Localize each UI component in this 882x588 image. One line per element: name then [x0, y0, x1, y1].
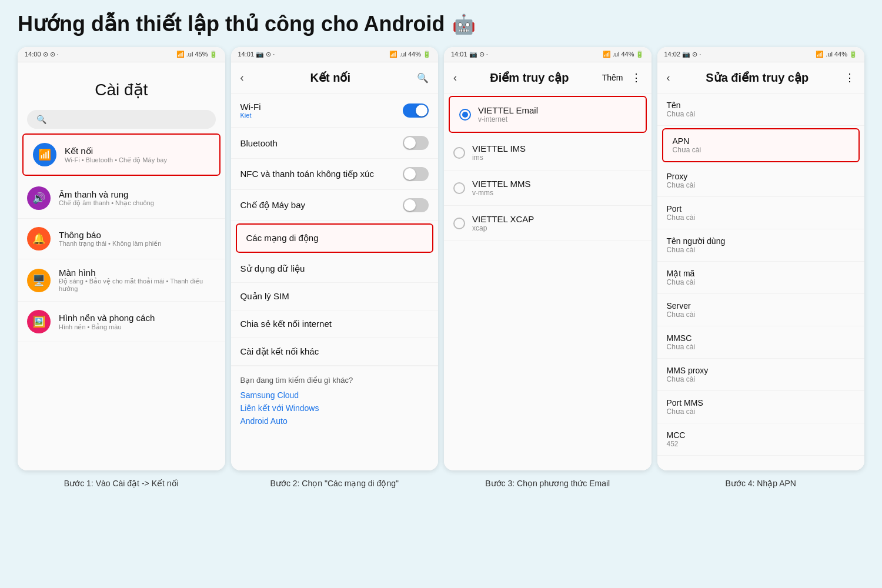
apn-name-viettel-email: VIETTEL Email — [478, 105, 538, 115]
connection-label: Kết nối — [65, 146, 167, 156]
android-auto-link[interactable]: Android Auto — [240, 416, 429, 426]
apn-name-viettel-xcap: VIETTEL XCAP — [472, 214, 534, 224]
phone3: 14:01 📷 ⊙ · 📶 .ul 44% 🔋 ‹ Điểm truy cập … — [444, 47, 652, 470]
bluetooth-toggle[interactable] — [403, 136, 429, 150]
field-mms-proxy-value: Chưa cài — [667, 375, 856, 383]
airplane-item[interactable]: Chế độ Máy bay — [231, 190, 439, 221]
field-password[interactable]: Mật mã Chưa cài — [657, 262, 865, 294]
airplane-toggle[interactable] — [403, 198, 429, 212]
phones-row: 14:00 ⊙ ⊙ · 📶 .ul 45% 🔋 Cài đặt 🔍 📶 Kết … — [18, 47, 864, 470]
field-mms-proxy[interactable]: MMS proxy Chưa cài — [657, 359, 865, 391]
apn-item-viettel-xcap[interactable]: VIETTEL XCAP xcap — [444, 206, 652, 241]
settings-item-connection[interactable]: 📶 Kết nối Wi-Fi • Bluetooth • Chế độ Máy… — [22, 133, 220, 176]
search-bar-1[interactable]: 🔍 — [27, 110, 216, 129]
field-password-value: Chưa cài — [667, 278, 856, 286]
apn-name-viettel-mms: VIETTEL MMS — [472, 179, 530, 189]
search-icon-2[interactable]: 🔍 — [417, 72, 429, 83]
field-mms-proxy-label: MMS proxy — [667, 366, 856, 375]
field-mmsc-label: MMSC — [667, 333, 856, 343]
field-port-mms-label: Port MMS — [667, 398, 856, 407]
field-username-value: Chưa cài — [667, 246, 856, 254]
add-apn-btn[interactable]: Thêm — [602, 73, 623, 82]
more-options-icon-4[interactable]: ⋮ — [844, 71, 855, 84]
field-mcc-label: MCC — [667, 430, 856, 440]
sound-label: Âm thanh và rung — [59, 189, 154, 199]
other-settings-item[interactable]: Cài đặt kết nối khác — [231, 338, 439, 366]
sound-sub: Chế độ âm thanh • Nhạc chuông — [59, 199, 154, 207]
field-port-mms[interactable]: Port MMS Chưa cài — [657, 391, 865, 423]
wifi-item[interactable]: Wi-Fi Kiet — [231, 93, 439, 128]
screen2-header: ‹ Kết nối 🔍 — [231, 62, 439, 93]
status-right-2: 📶 .ul 44% 🔋 — [389, 51, 431, 58]
mobile-networks-label: Các mạng di động — [246, 233, 319, 243]
status-bar-2: 14:01 📷 ⊙ · 📶 .ul 44% 🔋 — [231, 47, 439, 62]
back-btn-2[interactable]: ‹ — [240, 72, 244, 84]
phone4: 14:02 📷 ⊙ · 📶 .ul 44% 🔋 ‹ Sửa điểm truy … — [657, 47, 865, 470]
radio-viettel-ims — [453, 147, 465, 159]
status-left-2: 14:01 📷 ⊙ · — [238, 51, 275, 58]
caption-2: Bước 2: Chọn "Các mạng di động" — [231, 479, 439, 488]
samsung-cloud-link[interactable]: Samsung Cloud — [240, 390, 429, 400]
screen1-content: Cài đặt 🔍 📶 Kết nối Wi-Fi • Bluetooth • … — [18, 62, 225, 470]
status-bar-4: 14:02 📷 ⊙ · 📶 .ul 44% 🔋 — [657, 47, 865, 62]
field-port[interactable]: Port Chưa cài — [657, 197, 865, 229]
nfc-item[interactable]: NFC và thanh toán không tiếp xúc — [231, 159, 439, 190]
notification-icon: 🔔 — [27, 227, 51, 250]
settings-item-sound[interactable]: 🔊 Âm thanh và rung Chế độ âm thanh • Nhạ… — [18, 178, 225, 219]
apn-item-viettel-ims[interactable]: VIETTEL IMS ims — [444, 135, 652, 171]
field-proxy-value: Chưa cài — [667, 181, 856, 189]
status-bar-3: 14:01 📷 ⊙ · 📶 .ul 44% 🔋 — [444, 47, 652, 62]
mobile-networks-item[interactable]: Các mạng di động — [236, 223, 434, 253]
caption-1: Bước 1: Vào Cài đặt -> Kết nối — [18, 479, 225, 488]
field-apn[interactable]: APN Chưa cài — [662, 128, 860, 162]
link-section: Bạn đang tìm kiếm điều gì khác? Samsung … — [231, 366, 439, 434]
android-icon: 🤖 — [452, 13, 476, 35]
sim-management-label: Quản lý SIM — [240, 291, 289, 302]
bluetooth-item[interactable]: Bluetooth — [231, 128, 439, 159]
field-mmsc[interactable]: MMSC Chưa cài — [657, 326, 865, 359]
field-proxy[interactable]: Proxy Chưa cài — [657, 165, 865, 197]
windows-link[interactable]: Liên kết với Windows — [240, 403, 429, 413]
wallpaper-icon: 🖼️ — [27, 310, 51, 333]
field-mcc[interactable]: MCC 452 — [657, 423, 865, 456]
settings-item-wallpaper[interactable]: 🖼️ Hình nền và phong cách Hình nền • Bản… — [18, 302, 225, 342]
field-apn-label: APN — [673, 136, 850, 146]
apn-sub-viettel-xcap: xcap — [472, 224, 534, 232]
data-usage-item[interactable]: Sử dụng dữ liệu — [231, 255, 439, 283]
settings-item-display[interactable]: 🖥️ Màn hình Độ sáng • Bảo vệ cho mắt tho… — [18, 259, 225, 302]
back-btn-3[interactable]: ‹ — [453, 72, 457, 84]
field-password-label: Mật mã — [667, 269, 856, 278]
sim-management-item[interactable]: Quản lý SIM — [231, 283, 439, 310]
notification-sub: Thanh trạng thái • Không làm phiền — [59, 240, 161, 248]
field-server[interactable]: Server Chưa cài — [657, 294, 865, 326]
field-mmsc-value: Chưa cài — [667, 343, 856, 351]
field-port-label: Port — [667, 204, 856, 213]
nfc-toggle[interactable] — [403, 167, 429, 181]
apn-name-viettel-ims: VIETTEL IMS — [472, 143, 526, 153]
apn-item-viettel-mms[interactable]: VIETTEL MMS v-mms — [444, 171, 652, 206]
wifi-label: Wi-Fi — [240, 102, 261, 112]
more-options-icon[interactable]: ⋮ — [631, 71, 642, 84]
apn-sub-viettel-mms: v-mms — [472, 189, 530, 197]
status-left-1: 14:00 ⊙ ⊙ · — [25, 51, 59, 58]
notification-label: Thông báo — [59, 230, 161, 240]
apn-item-viettel-email[interactable]: VIETTEL Email v-internet — [449, 96, 647, 133]
wifi-toggle[interactable] — [403, 103, 429, 118]
back-btn-4[interactable]: ‹ — [667, 72, 670, 84]
field-username[interactable]: Tên người dùng Chưa cài — [657, 229, 865, 262]
wallpaper-label: Hình nền và phong cách — [59, 313, 155, 323]
radio-viettel-xcap — [453, 218, 465, 229]
status-right-3: 📶 .ul 44% 🔋 — [603, 51, 644, 58]
connection-list: Wi-Fi Kiet Bluetooth NFC và thanh toán k… — [231, 93, 439, 366]
screen4-title: Sửa điểm truy cập — [706, 71, 808, 85]
bluetooth-label: Bluetooth — [240, 138, 278, 148]
field-port-value: Chưa cài — [667, 213, 856, 222]
settings-item-notification[interactable]: 🔔 Thông báo Thanh trạng thái • Không làm… — [18, 219, 225, 259]
hotspot-item[interactable]: Chia sẻ kết nối internet — [231, 310, 439, 338]
screen2-content: ‹ Kết nối 🔍 Wi-Fi Kiet Bluetooth — [231, 62, 439, 470]
field-server-value: Chưa cài — [667, 310, 856, 319]
apn-sub-viettel-ims: ims — [472, 153, 526, 162]
screen4-header: ‹ Sửa điểm truy cập ⋮ — [657, 62, 865, 93]
title-text: Hướng dẫn thiết lập thủ công cho Android — [18, 12, 445, 36]
field-name[interactable]: Tên Chưa cài — [657, 93, 865, 126]
